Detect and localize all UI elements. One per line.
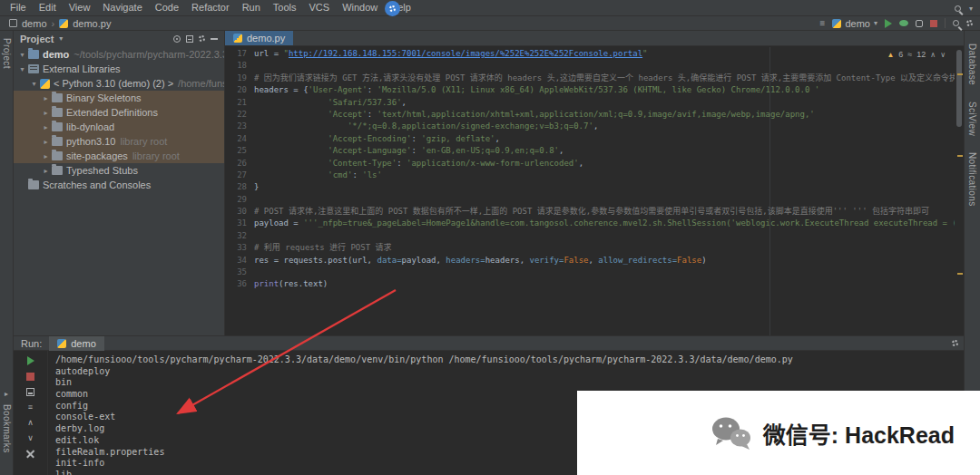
inspections-widget[interactable]: ▲ 6 ≈ 12 ∧ ∨ <box>883 50 949 59</box>
tree-item-python3-10[interactable]: ▸python3.10library root <box>14 134 224 149</box>
tree-expand-icon[interactable]: ▸ <box>41 109 51 117</box>
code-line-19[interactable]: # 因为我们请求链接为 GET 方法,请求头没有处理 POST 请求体的 hea… <box>254 73 955 84</box>
stop-button[interactable] <box>930 20 937 27</box>
gear-icon[interactable] <box>199 35 205 42</box>
tool-window-button-bookmarks[interactable]: Bookmarks <box>2 404 12 453</box>
tree-expand-icon[interactable]: ▸ <box>41 167 51 175</box>
tree-expand-icon[interactable]: ▾ <box>17 51 27 59</box>
tool-window-button-database[interactable]: Database <box>967 44 977 85</box>
console-line: autodeploy <box>55 366 980 378</box>
tool-window-button-notifications[interactable]: Notifications <box>967 152 977 207</box>
code-line-29[interactable] <box>254 194 955 206</box>
tree-expand-icon[interactable]: ▸ <box>41 123 51 131</box>
code-line-35[interactable] <box>254 267 955 278</box>
tree-item-extended-definitions[interactable]: ▸Extended Definitions <box>14 105 224 120</box>
locate-file-icon[interactable] <box>173 35 181 43</box>
sync-badge-icon[interactable] <box>385 1 400 16</box>
code-line-32[interactable] <box>254 230 955 242</box>
code-line-31[interactable]: payload = '''_nfpb=true&_pageLabel=HomeP… <box>254 218 955 229</box>
line-number: 27 <box>225 170 247 181</box>
code-line-33[interactable]: # 利用 requests 进行 POST 请求 <box>254 242 955 254</box>
tree-expand-icon[interactable]: ▸ <box>41 94 51 102</box>
code-line-34[interactable]: res = requests.post(url, data=payload, h… <box>254 255 955 267</box>
editor-body[interactable]: 1718192021222324252627282930313233343536… <box>225 47 964 335</box>
tree-item-external-libraries[interactable]: ▾External Libraries <box>14 62 224 76</box>
code-line-21[interactable]: 'Safari/537.36', <box>254 97 955 109</box>
search-icon[interactable] <box>955 5 961 12</box>
tree-item--python-3-10-demo-2-[interactable]: ▾< Python 3.10 (demo) (2) >/home/funsioo… <box>14 76 224 91</box>
chevron-down-icon[interactable]: ▾ <box>59 34 63 43</box>
menu-item-navigate[interactable]: Navigate <box>96 0 148 15</box>
collapse-all-icon[interactable] <box>186 35 193 43</box>
code-line-27[interactable]: 'cmd': 'ls' <box>254 170 955 181</box>
menu-item-file[interactable]: File <box>4 0 33 15</box>
search-everywhere-icon[interactable] <box>953 20 959 26</box>
editor-code[interactable]: url = "http://192.168.148.155:7001/conso… <box>254 48 955 335</box>
project-panel-title[interactable]: Project <box>20 34 54 44</box>
code-line-18[interactable] <box>254 60 955 72</box>
menu-item-view[interactable]: View <box>63 0 97 15</box>
clear-all-icon[interactable] <box>26 450 34 458</box>
hide-panel-icon[interactable] <box>211 38 218 40</box>
tree-expand-icon[interactable]: ▸ <box>41 138 51 146</box>
options-menu-icon[interactable]: ≡ <box>28 403 33 412</box>
tree-expand-icon[interactable]: ▾ <box>17 65 27 73</box>
settings-gear-icon[interactable] <box>966 20 973 26</box>
line-number: 20 <box>225 84 247 96</box>
editor-tab-demo-py[interactable]: demo.py <box>225 31 293 45</box>
code-line-20[interactable]: headers = {'User-Agent': 'Mozilla/5.0 (X… <box>254 84 955 96</box>
run-button[interactable] <box>885 19 892 28</box>
restore-layout-button[interactable] <box>26 388 34 396</box>
tree-label: python3.10 <box>66 136 115 147</box>
inspection-mark[interactable] <box>957 73 963 75</box>
menu-item-run[interactable]: Run <box>236 0 267 15</box>
wechat-icon <box>710 416 752 451</box>
editor-scrollbar[interactable] <box>956 48 963 334</box>
breadcrumb-project[interactable]: demo <box>22 18 47 29</box>
code-line-24[interactable]: 'Accept-Encoding': 'gzip, deflate', <box>254 133 955 145</box>
editor[interactable]: demo.py 17181920212223242526272829303132… <box>225 31 964 335</box>
stop-button[interactable] <box>26 373 34 381</box>
scrollbar-thumb[interactable] <box>956 50 962 127</box>
tree-item-typeshed-stubs[interactable]: ▸Typeshed Stubs <box>14 163 224 178</box>
tree-item-scratches-and-consoles[interactable]: Scratches and Consoles <box>14 178 224 192</box>
coverage-button[interactable] <box>916 20 923 27</box>
toolbar-menu-icon[interactable]: ≡ <box>820 19 826 28</box>
menu-item-vcs[interactable]: VCS <box>303 0 337 15</box>
menu-item-tools[interactable]: Tools <box>267 0 303 15</box>
menu-item-window[interactable]: Window <box>336 0 384 15</box>
code-line-25[interactable]: 'Accept-Language': 'en-GB,en-US;q=0.9,en… <box>254 145 955 157</box>
navbar: demo › demo.py ≡ demo ▾ <box>0 16 980 31</box>
tool-window-button-sciview[interactable]: SciView <box>967 102 977 136</box>
code-line-23[interactable]: '*/*;q=0.8,application/signed-exchange;v… <box>254 121 955 132</box>
tree-item-binary-skeletons[interactable]: ▸Binary Skeletons <box>14 91 224 105</box>
menu-item-edit[interactable]: Edit <box>33 0 63 15</box>
code-line-30[interactable]: # POST 请求体,注意这里和上面的 POST 数据包有所不一样,上面的 PO… <box>254 206 955 218</box>
rerun-button[interactable] <box>27 356 34 365</box>
code-line-28[interactable]: } <box>254 181 955 193</box>
tool-window-button-project[interactable]: Project <box>2 38 12 69</box>
inspection-mark[interactable] <box>957 273 963 275</box>
tool-stripe-icon[interactable]: ▸ <box>0 390 13 398</box>
tree-item-site-packages[interactable]: ▸site-packageslibrary root <box>14 149 224 163</box>
up-stack-icon[interactable]: ∧ <box>27 419 34 427</box>
inspection-mark[interactable] <box>957 155 963 157</box>
prev-issue-icon[interactable]: ∧ <box>930 51 936 59</box>
tree-expand-icon[interactable]: ▸ <box>41 152 51 160</box>
code-line-17[interactable]: url = "http://192.168.148.155:7001/conso… <box>254 48 955 60</box>
down-stack-icon[interactable]: ∨ <box>27 434 34 442</box>
tree-item-demo[interactable]: ▾demo~/tools/pycharm/pycharm-2022.3.3/da… <box>14 47 224 62</box>
folder-icon <box>52 93 63 102</box>
code-line-26[interactable]: 'Content-Type': 'application/x-www-form-… <box>254 158 955 170</box>
code-line-22[interactable]: 'Accept': 'text/html,application/xhtml+x… <box>254 109 955 121</box>
menu-item-refactor[interactable]: Refactor <box>185 0 236 15</box>
tree-item-lib-dynload[interactable]: ▸lib-dynload <box>14 120 224 134</box>
tree-expand-icon[interactable]: ▾ <box>29 80 39 88</box>
chevron-down-icon[interactable]: ▾ <box>969 5 973 13</box>
code-line-36[interactable]: print(res.text) <box>254 278 955 290</box>
run-config-selector[interactable]: demo ▾ <box>832 18 877 29</box>
next-issue-icon[interactable]: ∨ <box>940 51 946 59</box>
menu-item-code[interactable]: Code <box>149 0 185 15</box>
debug-button[interactable] <box>899 20 908 26</box>
breadcrumb-file[interactable]: demo.py <box>73 18 111 29</box>
